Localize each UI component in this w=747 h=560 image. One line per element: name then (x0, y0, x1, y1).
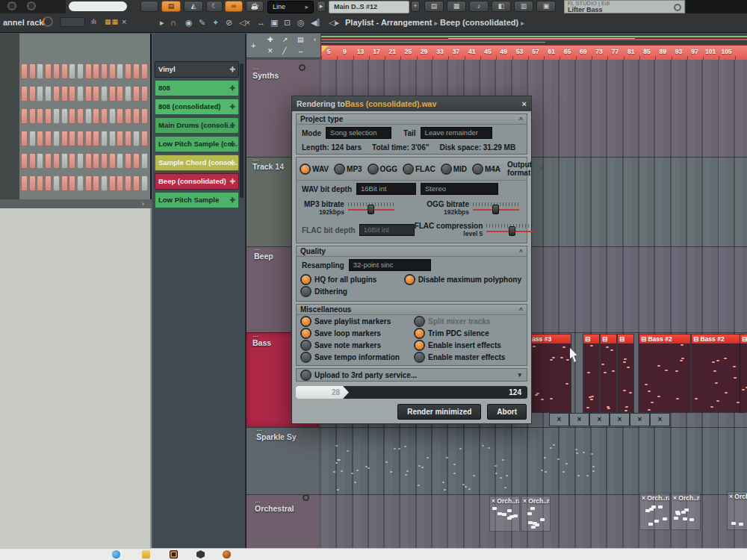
muted-clip[interactable]: × (630, 413, 650, 426)
flac-compression-slider[interactable] (486, 224, 533, 236)
step-cell[interactable] (21, 86, 28, 102)
swing-knob[interactable] (43, 16, 53, 27)
step-cell[interactable] (93, 63, 99, 79)
option-enable-insert-effects[interactable]: Enable insert effects (415, 341, 505, 349)
step-cell[interactable] (133, 86, 140, 102)
option-save-note-markers[interactable]: Save note markers (302, 341, 415, 349)
volume-knob[interactable] (7, 1, 16, 10)
slip-icon[interactable]: ↔ (257, 18, 265, 27)
step-cell[interactable] (45, 131, 52, 146)
step-cell[interactable] (125, 86, 131, 102)
plugin-window-button[interactable]: ▣ (536, 1, 556, 12)
step-cell[interactable] (77, 153, 84, 169)
step-cell[interactable] (45, 86, 52, 102)
step-cell[interactable] (45, 153, 52, 169)
step-cell[interactable] (61, 153, 68, 169)
step-cell[interactable] (117, 175, 123, 191)
step-cell[interactable] (85, 131, 92, 146)
step-cell[interactable] (61, 131, 68, 146)
rack-expand-icon[interactable]: › (142, 200, 144, 208)
step-cell[interactable] (109, 175, 116, 191)
piano-tool-icon[interactable]: ▤ (297, 36, 304, 43)
stepseq-window-button[interactable]: ▦ (447, 1, 466, 12)
chevron-down-icon[interactable]: ▾ (518, 371, 521, 379)
step-cell[interactable] (53, 108, 60, 124)
option-dithering[interactable]: Dithering (302, 287, 406, 296)
step-cell[interactable] (117, 63, 123, 79)
wav-bit-depth-select[interactable]: 16Bit int (356, 183, 416, 195)
step-cell[interactable] (37, 108, 43, 124)
toolbar-button[interactable] (140, 1, 158, 12)
step-cell[interactable] (69, 175, 75, 191)
link-button[interactable]: ∞ (225, 1, 243, 12)
channel-rack-close-icon[interactable]: × (122, 17, 126, 26)
arrow-button[interactable]: ▸ (317, 1, 326, 12)
clip-bass-small-2[interactable]: ⊟ (600, 334, 617, 413)
collapse-icon[interactable]: ^ (519, 306, 523, 314)
clip-bass3[interactable]: Bass #3 (525, 334, 571, 413)
step-cell[interactable] (77, 108, 84, 124)
mp3-bitrate-slider[interactable] (348, 202, 394, 214)
step-cell[interactable] (21, 63, 28, 79)
clip-bass-small-3[interactable]: ⊟ (617, 334, 634, 413)
mute-icon[interactable]: ◁× (239, 18, 250, 28)
picker-item-808[interactable]: ✚808 (155, 80, 239, 96)
width-tool-icon[interactable]: ↔ (297, 47, 304, 55)
step-cell[interactable] (85, 175, 92, 191)
clip-orchestral-4[interactable]: × Orch..ral (671, 493, 701, 530)
step-cell[interactable] (45, 108, 52, 124)
step-cell[interactable] (29, 175, 36, 191)
option-enable-master-effects[interactable]: Enable master effects (415, 353, 505, 361)
step-cell[interactable] (109, 86, 116, 102)
step-cell[interactable] (117, 131, 123, 146)
wait-button[interactable]: ☾ (206, 1, 223, 12)
step-cell[interactable] (69, 86, 75, 102)
format-mid[interactable]: MID (442, 165, 467, 173)
step-cell[interactable] (101, 108, 108, 124)
snap-selector[interactable]: Line ▸ (267, 1, 314, 13)
step-cell[interactable] (61, 175, 68, 191)
resampling-select[interactable]: 32-point sinc (349, 259, 431, 271)
step-cell[interactable] (61, 63, 68, 79)
step-cell[interactable] (77, 86, 84, 102)
track-label-sparkle[interactable]: …Sparkle Sy (256, 427, 297, 441)
step-cell[interactable] (109, 153, 116, 169)
step-cell[interactable] (109, 131, 116, 146)
step-cell[interactable] (53, 86, 60, 102)
option-save-tempo-information[interactable]: Save tempo information (302, 353, 415, 361)
upload-3rd-party-row[interactable]: Upload to 3rd party service... ▾ (296, 368, 527, 382)
step-cell[interactable] (133, 63, 140, 79)
option-disable-max-polyphony[interactable]: Disable maximum polyphony (406, 276, 521, 284)
option-trim-pdc-silence[interactable]: Trim PDC silence (415, 329, 505, 337)
detach-icon[interactable]: ◁▸ (329, 18, 339, 28)
step-cell[interactable] (93, 131, 99, 146)
record-arm-icon2[interactable] (303, 494, 309, 501)
typing-keyboard-button[interactable]: ▤ (161, 1, 181, 12)
tail-select[interactable]: Leave remainder (421, 127, 492, 139)
taskbar-folder-icon[interactable] (142, 550, 150, 559)
step-cell[interactable] (117, 153, 123, 169)
muted-clip[interactable]: × (549, 413, 569, 426)
taskbar-box-icon[interactable] (196, 550, 205, 559)
clip-bass2-a[interactable]: ⊟ Bass #2 (639, 334, 691, 413)
picker-item-808-consolidated[interactable]: ✚808 (consolidated) (155, 99, 239, 115)
render-minimized-button[interactable]: Render minimized (397, 404, 481, 420)
step-cell[interactable] (37, 153, 43, 169)
step-cell[interactable] (93, 108, 99, 124)
collapse-icon[interactable]: ^ (540, 165, 544, 172)
step-cell[interactable] (37, 63, 43, 79)
mixer-window-button[interactable]: ▥ (514, 1, 533, 12)
step-sequencer-grid[interactable] (21, 63, 149, 198)
muted-clip-row[interactable]: ×××××× (549, 413, 676, 426)
step-cell[interactable] (101, 63, 108, 79)
format-ogg[interactable]: OGG (369, 165, 397, 173)
playlist-window-button[interactable]: ▤ (424, 1, 444, 12)
format-mp3[interactable]: MP3 (335, 165, 362, 173)
swing-slider[interactable] (60, 17, 85, 27)
clip-orchestral-1[interactable]: × Orch..ral (489, 496, 520, 532)
step-cell[interactable] (101, 153, 108, 169)
step-cell[interactable] (69, 63, 75, 79)
step-cell[interactable] (141, 86, 148, 102)
track-label-beep[interactable]: …Beep (254, 246, 273, 261)
track-label-orchestral[interactable]: …Orchestral (255, 499, 294, 513)
